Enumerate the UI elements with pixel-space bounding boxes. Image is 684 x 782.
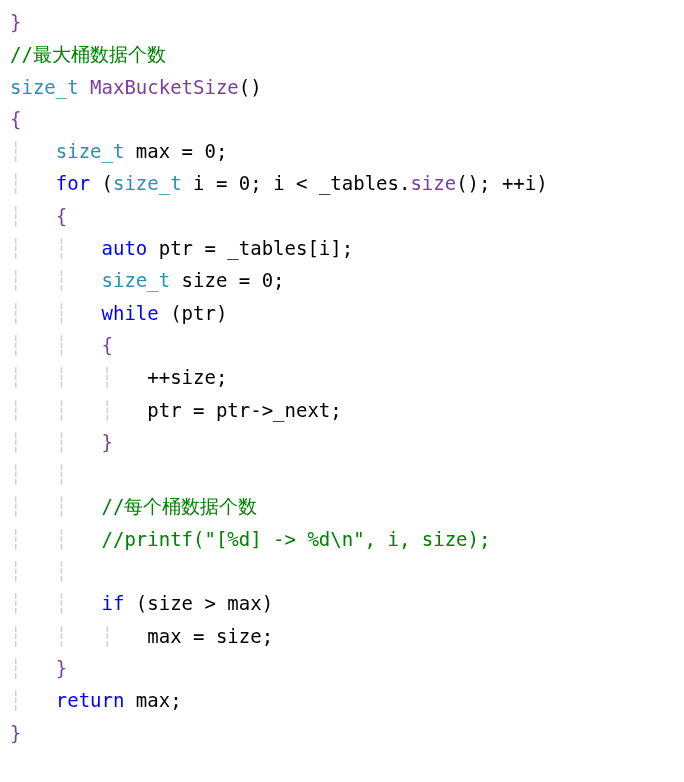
indent-guide: ┆ ┆ bbox=[10, 264, 102, 296]
code-text: ptr = _tables[i]; bbox=[147, 237, 353, 259]
code-line: size_t MaxBucketSize() bbox=[10, 71, 674, 103]
code-line: ┆ ┆ ┆ max = size; bbox=[10, 620, 674, 652]
brace: } bbox=[10, 11, 21, 33]
indent-guide: ┆ ┆ bbox=[10, 297, 102, 329]
indent-guide: ┆ ┆ ┆ bbox=[10, 394, 147, 426]
code-text: ++size; bbox=[147, 366, 227, 388]
type-token: size_t bbox=[56, 140, 125, 162]
code-line: ┆ size_t max = 0; bbox=[10, 135, 674, 167]
code-line: ┆ ┆ bbox=[10, 555, 674, 587]
code-text: (); ++i) bbox=[456, 172, 548, 194]
code-line: ┆ ┆ size_t size = 0; bbox=[10, 264, 674, 296]
indent-guide: ┆ ┆ bbox=[10, 426, 102, 458]
comment: //最大桶数据个数 bbox=[10, 43, 166, 65]
code-line: ┆ return max; bbox=[10, 684, 674, 716]
indent-guide: ┆ bbox=[10, 135, 56, 167]
brace: } bbox=[10, 722, 21, 744]
indent-guide: ┆ ┆ bbox=[10, 587, 102, 619]
code-line: //最大桶数据个数 bbox=[10, 38, 674, 70]
code-line: } bbox=[10, 717, 674, 749]
code-line: ┆ ┆ while (ptr) bbox=[10, 297, 674, 329]
indent-guide: ┆ ┆ bbox=[10, 555, 102, 587]
brace: { bbox=[102, 334, 113, 356]
type-token: size_t bbox=[113, 172, 182, 194]
code-text: ( bbox=[90, 172, 113, 194]
code-line: ┆ ┆ if (size > max) bbox=[10, 587, 674, 619]
code-text: (size > max) bbox=[124, 592, 273, 614]
code-text: i = 0; i < _tables. bbox=[182, 172, 411, 194]
indent-guide: ┆ ┆ bbox=[10, 232, 102, 264]
brace: } bbox=[102, 431, 113, 453]
brace: { bbox=[10, 108, 21, 130]
code-line: { bbox=[10, 103, 674, 135]
code-line: ┆ for (size_t i = 0; i < _tables.size();… bbox=[10, 167, 674, 199]
code-text: (ptr) bbox=[159, 302, 228, 324]
indent-guide: ┆ ┆ ┆ bbox=[10, 620, 147, 652]
code-line: ┆ ┆ //每个桶数据个数 bbox=[10, 490, 674, 522]
keyword-if: if bbox=[102, 592, 125, 614]
function-name: MaxBucketSize bbox=[79, 76, 239, 98]
indent-guide: ┆ ┆ bbox=[10, 458, 102, 490]
code-line: ┆ ┆ } bbox=[10, 426, 674, 458]
type-token: size_t bbox=[102, 269, 171, 291]
code-block: } //最大桶数据个数 size_t MaxBucketSize() { ┆ s… bbox=[10, 6, 674, 749]
code-line: ┆ ┆ auto ptr = _tables[i]; bbox=[10, 232, 674, 264]
brace: { bbox=[56, 205, 67, 227]
brace: } bbox=[56, 657, 67, 679]
code-line: } bbox=[10, 6, 674, 38]
method-name: size bbox=[410, 172, 456, 194]
indent-guide: ┆ bbox=[10, 684, 56, 716]
code-line: ┆ ┆ //printf("[%d] -> %d\n", i, size); bbox=[10, 523, 674, 555]
comment: //printf("[%d] -> %d\n", i, size); bbox=[102, 528, 491, 550]
code-line: ┆ } bbox=[10, 652, 674, 684]
parens: () bbox=[239, 76, 262, 98]
indent-guide: ┆ ┆ bbox=[10, 329, 102, 361]
type-token: size_t bbox=[10, 76, 79, 98]
indent-guide: ┆ bbox=[10, 652, 56, 684]
indent-guide: ┆ bbox=[10, 200, 56, 232]
code-text: max = size; bbox=[147, 625, 273, 647]
indent-guide: ┆ ┆ bbox=[10, 490, 102, 522]
code-line: ┆ ┆ bbox=[10, 458, 674, 490]
code-line: ┆ ┆ ┆ ++size; bbox=[10, 361, 674, 393]
code-line: ┆ ┆ { bbox=[10, 329, 674, 361]
keyword-while: while bbox=[102, 302, 159, 324]
comment: //每个桶数据个数 bbox=[102, 495, 258, 517]
code-text: ptr = ptr->_next; bbox=[147, 399, 341, 421]
keyword-return: return bbox=[56, 689, 125, 711]
keyword-auto: auto bbox=[102, 237, 148, 259]
code-text: size = 0; bbox=[170, 269, 284, 291]
code-text: max; bbox=[124, 689, 181, 711]
keyword-for: for bbox=[56, 172, 90, 194]
code-text: max = 0; bbox=[124, 140, 227, 162]
code-line: ┆ { bbox=[10, 200, 674, 232]
indent-guide: ┆ ┆ ┆ bbox=[10, 361, 147, 393]
indent-guide: ┆ ┆ bbox=[10, 523, 102, 555]
indent-guide: ┆ bbox=[10, 167, 56, 199]
code-line: ┆ ┆ ┆ ptr = ptr->_next; bbox=[10, 394, 674, 426]
